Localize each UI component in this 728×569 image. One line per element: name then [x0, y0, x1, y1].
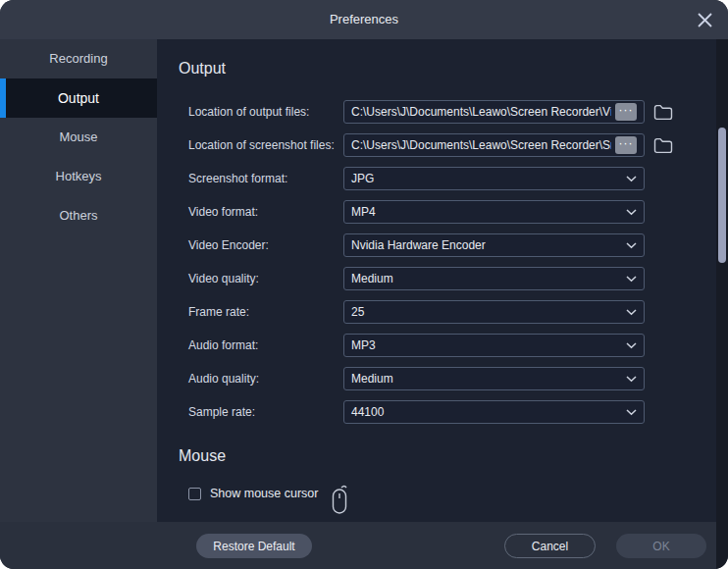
chevron-down-icon [626, 309, 637, 316]
titlebar: Preferences [0, 0, 728, 39]
selected-value: MP3 [351, 338, 376, 352]
output-section-heading: Output [179, 60, 716, 77]
sidebar-item-label: Mouse [59, 129, 97, 144]
field-label: Audio format: [188, 338, 343, 352]
selected-value: 44100 [351, 405, 384, 419]
form-row-audio-quality: Audio quality: Medium [188, 367, 716, 390]
scrollbar-thumb[interactable] [718, 128, 726, 263]
form-row-sample-rate: Sample rate: 44100 [188, 400, 716, 424]
sidebar-item-others[interactable]: Others [0, 196, 157, 235]
video-format-dropdown[interactable]: MP4 [343, 200, 645, 224]
form-row-screenshot-location: Location of screenshot files: C:\Users\J… [188, 133, 716, 157]
selected-value: MP4 [351, 205, 376, 219]
screenshot-path-value: C:\Users\J\Documents\Leawo\Screen Record… [351, 138, 611, 152]
form-row-video-format: Video format: MP4 [188, 200, 716, 224]
form-row-output-location: Location of output files: C:\Users\J\Doc… [188, 100, 716, 124]
sidebar-item-label: Hotkeys [56, 169, 102, 183]
audio-quality-dropdown[interactable]: Medium [343, 367, 645, 390]
scrollbar-track[interactable] [716, 39, 728, 569]
selected-value: Nvidia Hardware Encoder [351, 238, 486, 252]
settings-panel: Output Location of output files: C:\User… [157, 39, 716, 522]
chevron-down-icon [626, 376, 637, 383]
chevron-down-icon [626, 242, 637, 249]
sidebar-item-label: Recording [49, 51, 107, 66]
video-quality-dropdown[interactable]: Medium [343, 267, 645, 290]
chevron-down-icon [626, 209, 637, 216]
chevron-down-icon [626, 176, 637, 182]
sidebar-item-recording[interactable]: Recording [0, 39, 157, 78]
field-label: Audio quality: [188, 372, 343, 386]
field-label: Video Encoder: [188, 238, 343, 252]
open-folder-button[interactable] [653, 104, 673, 121]
video-encoder-dropdown[interactable]: Nvidia Hardware Encoder [343, 233, 645, 257]
ok-button[interactable]: OK [616, 534, 706, 558]
field-label: Location of output files: [188, 105, 343, 119]
field-label: Frame rate: [188, 305, 343, 319]
sidebar-item-output[interactable]: Output [0, 78, 157, 118]
field-label: Video format: [188, 205, 343, 219]
folder-icon [653, 104, 673, 121]
screenshot-format-dropdown[interactable]: JPG [343, 167, 645, 190]
show-mouse-cursor-label[interactable]: Show mouse cursor [210, 487, 318, 500]
show-mouse-cursor-checkbox[interactable] [188, 488, 201, 500]
dialog-body: Recording Output Mouse Hotkeys Others Ou… [0, 39, 728, 569]
sidebar-item-label: Others [59, 208, 97, 223]
form-row-video-encoder: Video Encoder: Nvidia Hardware Encoder [188, 233, 716, 257]
preferences-dialog: Preferences Recording Output Mouse Hotke… [0, 0, 728, 569]
cancel-button[interactable]: Cancel [504, 534, 596, 558]
active-indicator [0, 78, 6, 118]
field-label: Sample rate: [188, 405, 343, 419]
form-row-screenshot-format: Screenshot format: JPG [188, 167, 716, 190]
chevron-down-icon [626, 409, 637, 416]
frame-rate-dropdown[interactable]: 25 [343, 300, 645, 324]
browse-button[interactable]: ··· [615, 103, 637, 121]
output-path-field[interactable]: C:\Users\J\Documents\Leawo\Screen Record… [343, 100, 645, 124]
sidebar-item-label: Output [58, 90, 99, 106]
sidebar: Recording Output Mouse Hotkeys Others [0, 39, 157, 522]
sidebar-item-hotkeys[interactable]: Hotkeys [0, 157, 157, 196]
close-icon [697, 12, 713, 28]
chevron-down-icon [626, 276, 637, 283]
field-label: Video quality: [188, 272, 343, 285]
browse-button[interactable]: ··· [615, 136, 637, 154]
restore-default-button[interactable]: Restore Default [196, 534, 312, 558]
folder-icon [653, 137, 673, 154]
mouse-section-heading: Mouse [179, 447, 716, 464]
screenshot-path-field[interactable]: C:\Users\J\Documents\Leawo\Screen Record… [343, 133, 645, 157]
chevron-down-icon [626, 342, 637, 349]
sidebar-item-mouse[interactable]: Mouse [0, 118, 157, 157]
mouse-cursor-icon [330, 484, 349, 521]
dialog-title: Preferences [0, 0, 728, 39]
field-label: Screenshot format: [188, 172, 343, 185]
form-row-video-quality: Video quality: Medium [188, 267, 716, 290]
form-row-frame-rate: Frame rate: 25 [188, 300, 716, 324]
close-button[interactable] [694, 9, 715, 30]
open-folder-button[interactable] [653, 137, 673, 154]
field-label: Location of screenshot files: [188, 138, 343, 152]
footer-bar: Restore Default Cancel OK [0, 522, 716, 569]
output-path-value: C:\Users\J\Documents\Leawo\Screen Record… [351, 105, 611, 119]
show-mouse-cursor-row: Show mouse cursor [188, 487, 716, 500]
sample-rate-dropdown[interactable]: 44100 [343, 400, 645, 424]
audio-format-dropdown[interactable]: MP3 [343, 334, 645, 357]
selected-value: Medium [351, 372, 393, 386]
form-row-audio-format: Audio format: MP3 [188, 334, 716, 357]
selected-value: 25 [351, 305, 364, 319]
selected-value: Medium [351, 272, 393, 285]
selected-value: JPG [351, 172, 374, 185]
